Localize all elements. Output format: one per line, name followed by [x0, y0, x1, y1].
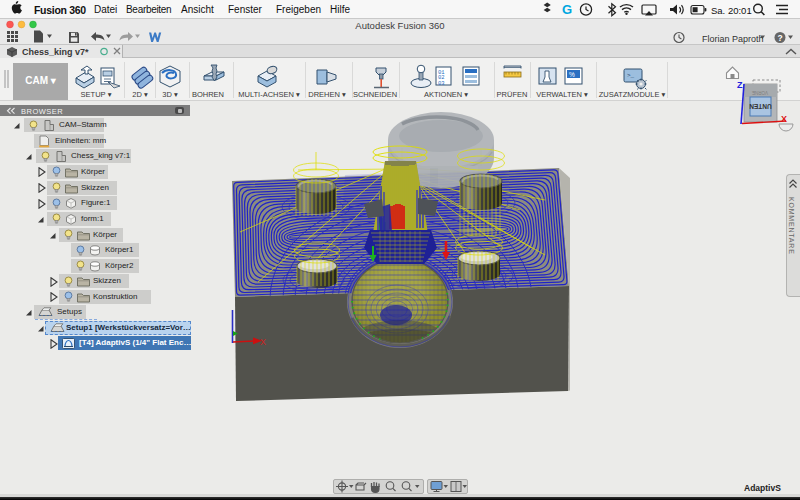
- svg-text:X: X: [260, 337, 266, 347]
- svg-text:UNTEN: UNTEN: [749, 103, 772, 110]
- svg-text:X: X: [781, 114, 787, 124]
- svg-text:Z: Z: [737, 80, 743, 90]
- svg-text:VORNE: VORNE: [752, 90, 768, 95]
